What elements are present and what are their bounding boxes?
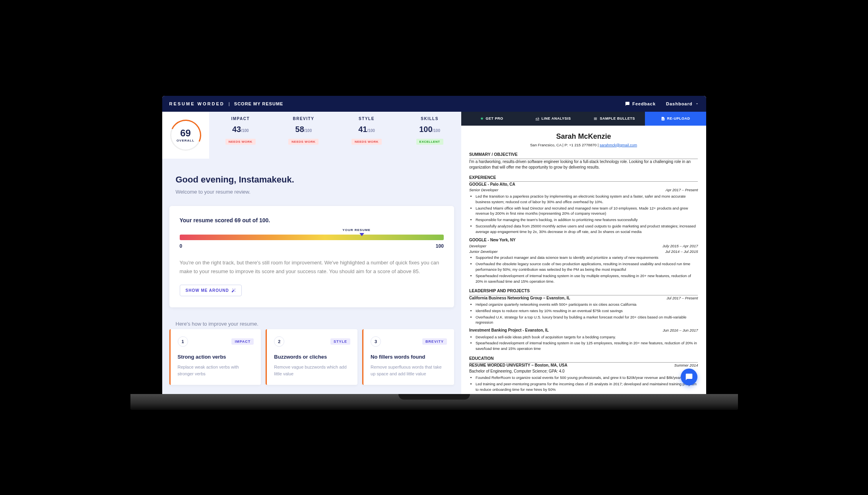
exp1-date: Apr 2017 – Present (666, 187, 698, 193)
dashboard-dropdown[interactable]: Dashboard (666, 101, 699, 106)
tip-desc: Replace weak action verbs with stronger … (178, 364, 254, 378)
tip-title: No fillers words found (371, 354, 447, 360)
tip-title: Strong action verbs (178, 354, 254, 360)
help-chat-button[interactable] (681, 369, 697, 385)
improve-heading: Here's how to improve your resume. (162, 313, 461, 329)
document-pane: ★GET PRO LINE ANALYSIS SAMPLE BULLETS RE… (461, 112, 706, 394)
tip-category: IMPACT (231, 338, 254, 345)
bullet-item: Led training and peer-mentoring programs… (476, 381, 698, 392)
upload-icon (661, 116, 665, 121)
metric-value: 41/100 (338, 125, 396, 134)
list-icon (593, 116, 598, 121)
score-card: Your resume scored 69 out of 100. YOUR R… (169, 206, 454, 307)
spectrum-marker-label: YOUR RESUME (342, 228, 371, 232)
tab-reupload[interactable]: RE-UPLOAD (645, 112, 706, 126)
tab-sample-bullets[interactable]: SAMPLE BULLETS (584, 112, 645, 126)
edu-date: Summer 2014 (674, 363, 698, 369)
metric-style[interactable]: STYLE 41/100 NEEDS WORK (335, 112, 398, 159)
exp2-date2: Jul 2014 – Jul 2015 (665, 249, 698, 254)
metric-impact[interactable]: IMPACT 43/100 NEEDS WORK (209, 112, 272, 159)
section-leadership-head: LEADERSHIP AND PROJECTS (469, 288, 698, 295)
tip-category: BREVITY (422, 338, 447, 345)
tip-number: 1 (178, 336, 188, 347)
metric-badge: NEEDS WORK (351, 139, 382, 145)
score-summary-row: 69 OVERALL IMPACT 43/100 NEEDS WORKBREVI… (162, 112, 461, 159)
chat-icon (625, 101, 630, 106)
show-me-around-button[interactable]: SHOW ME AROUND (180, 285, 242, 296)
bullet-item: Helped organize quarterly networking eve… (476, 302, 698, 307)
metric-badge: EXCELLENT (416, 139, 443, 145)
tip-desc: Remove vague buzzwords which add little … (274, 364, 350, 378)
brand[interactable]: RESUME WORDED (169, 101, 225, 106)
bullet-item: Overhauled U.K. strategy for a top U.S. … (476, 314, 698, 326)
analysis-icon (535, 116, 540, 121)
exp1-title: Senior Developer (469, 187, 498, 193)
tip-card[interactable]: 3 BREVITY No fillers words found Remove … (362, 329, 454, 385)
metric-badge: NEEDS WORK (288, 139, 318, 145)
exp2-company: GOOGLE - New York, NY (469, 237, 698, 243)
bullet-item: Developed a sell-side ideas pitch book o… (476, 334, 698, 340)
exp2-title1: Developer (469, 243, 486, 249)
tab-line-analysis[interactable]: LINE ANALYSIS (522, 112, 584, 126)
resume-email-link[interactable]: sarahmck@gmail.com (600, 143, 637, 147)
bullet-item: Overhauled the obsolete legacy source co… (476, 261, 698, 272)
exp1-company: GOOGLE - Palo Alto, CA (469, 182, 698, 188)
wand-icon (231, 288, 236, 293)
resume-contact: San Francsico, CA | P: +1 215 2778870 | … (469, 142, 698, 148)
greeting-block: Good evening, Instamakeuk. Welcome to yo… (162, 159, 461, 200)
lead1-name: California Business Networking Group – E… (469, 295, 570, 301)
exp2-title2: Junior Developer (469, 249, 498, 254)
tip-title: Buzzwords or cliches (274, 354, 350, 360)
star-icon: ★ (480, 116, 484, 120)
metric-value: 43/100 (212, 125, 270, 134)
brand-divider: | (229, 101, 230, 106)
bullet-item: Spearheaded redevelopment of internal tr… (476, 273, 698, 284)
edu-degree: Bachelor of Engineering, Computer Scienc… (469, 369, 698, 375)
metric-name: BREVITY (274, 116, 333, 121)
section-summary-text: I'm a hardworking, results-driven softwa… (469, 159, 698, 171)
topbar: RESUME WORDED | SCORE MY RESUME Feedback… (162, 96, 706, 112)
tip-category: STYLE (330, 338, 350, 345)
analysis-pane: 69 OVERALL IMPACT 43/100 NEEDS WORKBREVI… (162, 112, 461, 394)
greeting-title: Good evening, Instamakeuk. (176, 175, 448, 185)
overall-score-label: OVERALL (177, 139, 194, 142)
page-title: SCORE MY RESUME (234, 101, 284, 106)
resume-name: Sarah McKenzie (469, 131, 698, 142)
metric-value: 100/100 (400, 125, 459, 134)
metric-value: 58/100 (274, 125, 333, 134)
document-tabs: ★GET PRO LINE ANALYSIS SAMPLE BULLETS RE… (461, 112, 706, 126)
feedback-link[interactable]: Feedback (625, 101, 656, 106)
score-heading: Your resume scored 69 out of 100. (180, 217, 444, 223)
bullet-item: Responsible for managing the team's back… (476, 217, 698, 223)
chevron-down-icon (695, 102, 699, 106)
tip-number: 3 (371, 336, 381, 347)
metric-badge: NEEDS WORK (225, 139, 256, 145)
metric-name: SKILLS (400, 116, 459, 121)
bullet-item: Supported the product manager and data s… (476, 255, 698, 260)
overall-score-card[interactable]: 69 OVERALL (162, 112, 209, 159)
metric-skills[interactable]: SKILLS 100/100 EXCELLENT (398, 112, 461, 159)
metric-name: STYLE (338, 116, 396, 121)
greeting-subtitle: Welcome to your resume review. (176, 189, 448, 195)
bullet-item: Spearheaded redevelopment of internal tr… (476, 340, 698, 351)
spectrum-max: 100 (436, 243, 444, 249)
bullet-item: Launched Miami office with lead Director… (476, 206, 698, 217)
edu-name: RESUME WORDED UNIVERSITY – Boston, MA, U… (469, 363, 567, 369)
spectrum-marker-icon (359, 233, 364, 236)
section-summary-head: SUMMARY / OBJECTIVE (469, 151, 698, 159)
metric-brevity[interactable]: BREVITY 58/100 NEEDS WORK (272, 112, 335, 159)
tip-card[interactable]: 2 STYLE Buzzwords or cliches Remove vagu… (266, 329, 357, 385)
bullet-item: Founded ReferRoom to organize social eve… (476, 375, 698, 380)
lead2-name: Investment Banking Project - Evanston, I… (469, 328, 549, 334)
spectrum-min: 0 (180, 243, 183, 249)
metric-name: IMPACT (212, 116, 270, 121)
section-experience-head: EXPERIENCE (469, 175, 698, 182)
score-description: You're on the right track, but there's s… (180, 258, 444, 276)
bullet-item: Identified steps to reduce return rates … (476, 308, 698, 314)
tab-get-pro[interactable]: ★GET PRO (461, 112, 522, 126)
bullet-item: Led the transition to a paperless practi… (476, 194, 698, 205)
score-spectrum (180, 235, 444, 240)
bullet-item: Successfully analyzed data from 25000 mo… (476, 223, 698, 235)
tip-card[interactable]: 1 IMPACT Strong action verbs Replace wea… (169, 329, 261, 385)
resume-preview[interactable]: Sarah McKenzie San Francsico, CA | P: +1… (461, 126, 706, 394)
